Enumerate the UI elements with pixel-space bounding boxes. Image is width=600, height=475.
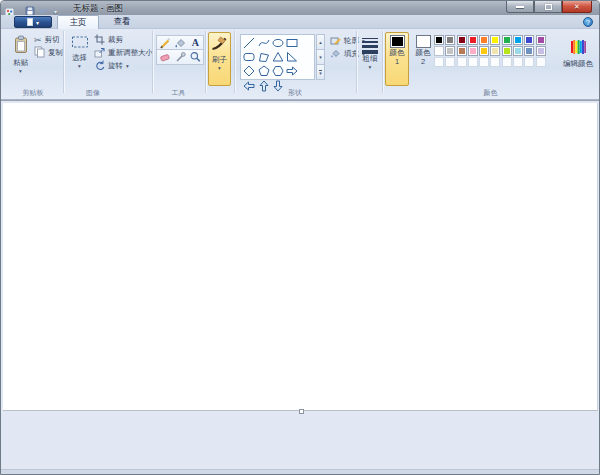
palette-swatch[interactable] (513, 35, 523, 45)
eraser-tool[interactable] (157, 50, 172, 64)
drawing-canvas[interactable] (3, 103, 598, 411)
clipboard-group-label: 剪贴板 (3, 88, 63, 98)
resize-button[interactable]: 重新调整大小 (94, 47, 153, 59)
palette-swatch[interactable] (445, 35, 455, 45)
shape-triangle[interactable] (271, 50, 285, 64)
shape-rounded-rectangle[interactable] (242, 50, 256, 64)
canvas-resize-handle[interactable] (299, 409, 304, 414)
palette-swatch[interactable] (536, 46, 546, 56)
shapes-scrollbar: ▴ ▾ ▾ (316, 34, 325, 80)
palette-swatch-empty[interactable] (536, 57, 546, 67)
palette-swatch[interactable] (434, 46, 444, 56)
cut-button[interactable]: ✂ 剪切 (34, 34, 60, 46)
magnifier-tool[interactable] (188, 50, 203, 64)
brushes-caret-icon: ▾ (218, 66, 221, 71)
color1-button[interactable]: 颜色1 (385, 32, 409, 86)
shape-pentagon[interactable] (256, 64, 270, 78)
image-group-label: 图像 (63, 88, 123, 98)
palette-swatch[interactable] (457, 46, 467, 56)
shape-curve[interactable] (256, 36, 270, 50)
shapes-group-label: 形状 (234, 88, 356, 98)
palette-swatch[interactable] (536, 35, 546, 45)
paint-menu-button[interactable]: ▾ (14, 16, 52, 28)
palette-swatch-empty[interactable] (434, 57, 444, 67)
palette-swatch-empty[interactable] (479, 57, 489, 67)
select-icon (71, 35, 89, 53)
shape-polygon[interactable] (256, 50, 270, 64)
shapes-scroll-up[interactable]: ▴ (316, 34, 325, 50)
close-button[interactable]: ✕ (562, 1, 592, 13)
window-bottom-frame (1, 469, 599, 474)
paint-window: ▾ 无标题 - 画图 ✕ ▾ 主页 查看 ? 粘贴 ▾ ✂ 剪切 (0, 0, 600, 475)
palette-swatch[interactable] (524, 35, 534, 45)
shape-rectangle[interactable] (285, 36, 299, 50)
palette-swatch[interactable] (502, 46, 512, 56)
palette-swatch[interactable] (524, 46, 534, 56)
brushes-button[interactable]: 刷子 ▾ (208, 32, 231, 86)
tab-row: ▾ 主页 查看 ? (1, 15, 599, 29)
workspace (1, 100, 599, 474)
minimize-button[interactable] (506, 1, 534, 13)
shape-right-triangle[interactable] (285, 50, 299, 64)
paste-icon (13, 35, 29, 58)
paste-button[interactable]: 粘贴 ▾ (7, 32, 34, 86)
select-button[interactable]: 选择 ▾ (67, 32, 92, 86)
palette-swatch-empty[interactable] (445, 57, 455, 67)
group-separator (356, 31, 357, 93)
palette-swatch-empty[interactable] (524, 57, 534, 67)
shapes-scroll-down[interactable]: ▾ (316, 50, 325, 65)
edit-colors-button[interactable]: 编辑颜色 (557, 34, 599, 84)
shapes-grid (240, 34, 315, 80)
palette-swatch[interactable] (445, 46, 455, 56)
tab-home[interactable]: 主页 (57, 15, 99, 29)
qat-customize-caret[interactable]: ▾ (54, 8, 57, 15)
rotate-icon (94, 60, 105, 73)
pencil-tool[interactable] (157, 36, 172, 49)
copy-icon (34, 46, 45, 60)
shape-hexagon[interactable] (271, 64, 285, 78)
shape-diamond[interactable] (242, 64, 256, 78)
maximize-icon (545, 4, 552, 10)
group-separator (205, 31, 206, 93)
size-button[interactable]: 粗细 ▾ (359, 32, 381, 86)
document-icon (27, 18, 33, 26)
color2-button[interactable]: 颜色2 (411, 32, 435, 86)
palette-swatch[interactable] (457, 35, 467, 45)
palette-swatch-empty[interactable] (490, 57, 500, 67)
palette-swatch[interactable] (502, 35, 512, 45)
palette-swatch[interactable] (479, 46, 489, 56)
palette-swatch-empty[interactable] (468, 57, 478, 67)
palette-swatch[interactable] (490, 46, 500, 56)
rotate-button[interactable]: 旋转 ▾ (94, 60, 129, 72)
text-tool[interactable]: A (188, 36, 203, 49)
fill-with-color-tool[interactable] (172, 36, 187, 49)
shape-ellipse[interactable] (271, 36, 285, 50)
shapes-more-button[interactable]: ▾ (316, 65, 325, 80)
titlebar: ▾ 无标题 - 画图 ✕ (1, 1, 599, 15)
color-picker-tool[interactable] (172, 50, 187, 64)
copy-button[interactable]: 复制 (34, 47, 63, 59)
group-separator (152, 31, 153, 93)
palette-swatch[interactable] (468, 35, 478, 45)
size-caret-icon: ▾ (369, 65, 372, 70)
group-separator (234, 31, 235, 93)
color1-swatch (390, 35, 405, 48)
crop-icon (94, 34, 105, 47)
minimize-icon (516, 6, 524, 8)
palette-swatch-empty[interactable] (513, 57, 523, 67)
shape-line[interactable] (242, 36, 256, 50)
palette-swatch[interactable] (468, 46, 478, 56)
tab-view[interactable]: 查看 (101, 15, 143, 29)
palette-swatch-empty[interactable] (457, 57, 467, 67)
maximize-button[interactable] (534, 1, 562, 13)
palette-swatch[interactable] (513, 46, 523, 56)
palette-swatch[interactable] (479, 35, 489, 45)
palette-swatch[interactable] (434, 35, 444, 45)
palette-swatch-empty[interactable] (502, 57, 512, 67)
palette-swatch[interactable] (490, 35, 500, 45)
help-icon[interactable]: ? (583, 17, 593, 27)
rotate-caret-icon: ▾ (126, 64, 129, 69)
paste-caret-icon: ▾ (19, 69, 22, 74)
crop-button[interactable]: 裁剪 (94, 34, 123, 46)
shape-arrow-right[interactable] (285, 64, 299, 78)
